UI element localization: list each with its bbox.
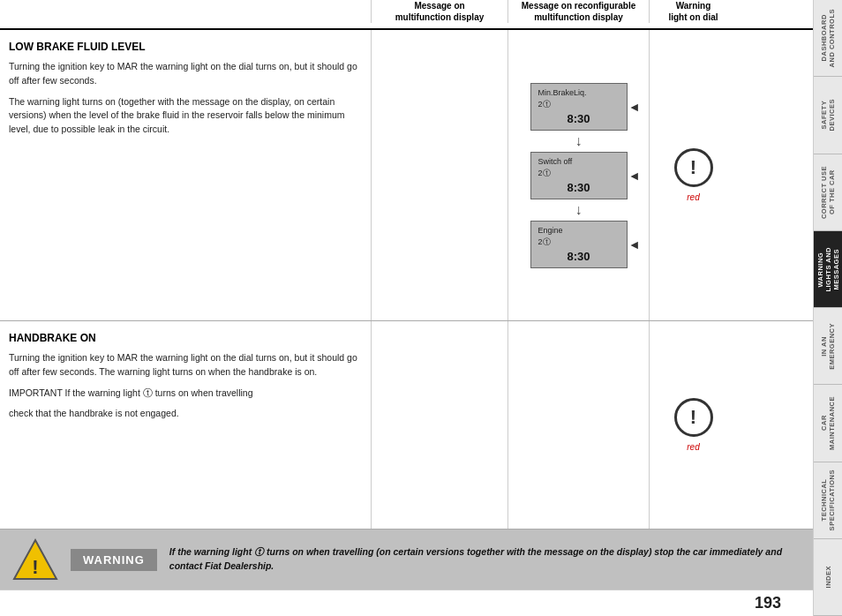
lcd-screen-3: ◄ Engine 2ⓣ 8:30 [530, 221, 628, 268]
section2-para3: check that the handbrake is not engaged. [9, 407, 358, 421]
lcd-screen-2: ◄ Switch off 2ⓣ 8:30 [530, 152, 628, 199]
lcd3-sub: 2ⓣ [538, 237, 551, 248]
main-content: Message on multifunction display Message… [0, 0, 814, 616]
page-container: Message on multifunction display Message… [0, 0, 842, 616]
row1-warning-cell: ! red [649, 30, 737, 320]
section2-body: Turning the ignition key to MAR the warn… [9, 351, 358, 421]
warning-footer: ! WARNING If the warning light ⓣ turns o… [0, 530, 813, 590]
row1-reconfig-cell: ◄ Min.BrakeLiq. 2ⓣ 8:30 ↓ ◄ [507, 30, 649, 320]
lcd2-sub: 2ⓣ [538, 168, 620, 179]
lcd1-sub: 2ⓣ [538, 99, 620, 110]
lcd2-time: 8:30 [538, 181, 620, 194]
sidebar-tab-5[interactable]: CAR MAINTENANCE [814, 385, 842, 462]
row1-description: LOW BRAKE FLUID LEVEL Turning the igniti… [0, 30, 371, 320]
sidebar-tab-label-7: INDEX [824, 566, 832, 588]
arrow-right-icon-3: ◄ [628, 237, 641, 252]
section2-title: HANDBRAKE ON [9, 332, 358, 344]
page-number-area: 193 [0, 590, 813, 616]
row2-warning-cell: ! red [649, 321, 737, 529]
warning-footer-text: If the warning light ⓣ turns on when tra… [169, 545, 801, 574]
table-row-brake-fluid: LOW BRAKE FLUID LEVEL Turning the igniti… [0, 30, 813, 321]
col-warning-header: Warning light on dial [649, 0, 737, 23]
section2-para2: IMPORTANT If the warning light ⓣ turns o… [9, 387, 358, 401]
section1-body: Turning the ignition key to MAR the warn… [9, 60, 358, 137]
sidebar-tab-2[interactable]: CORRECT USE OF THE CAR [814, 154, 842, 231]
sidebar-tab-label-5: CAR MAINTENANCE [820, 396, 836, 450]
sidebar-tab-label-1: SAFETY DEVICES [820, 99, 836, 131]
row2-reconfig-cell [507, 321, 649, 529]
lcd3-top: Engine [538, 226, 620, 235]
sidebar-tab-3[interactable]: WARNING LIGHTS AND MESSAGES [814, 231, 842, 308]
arrow-down-2: ↓ [575, 203, 583, 217]
table-row-handbrake: HANDBRAKE ON Turning the ignition key to… [0, 321, 813, 530]
table-header: Message on multifunction display Message… [0, 0, 813, 30]
right-sidebar: DASHBOARD AND CONTROLSSAFETY DEVICESCORR… [814, 0, 842, 616]
lcd1-title: Min.BrakeLiq. [538, 88, 587, 97]
lcd3-sub: 2ⓣ [538, 237, 620, 248]
section1-title: LOW BRAKE FLUID LEVEL [9, 41, 358, 53]
warning-label: WARNING [71, 549, 157, 571]
arrow-down-1: ↓ [575, 134, 583, 148]
warning-triangle-icon: ! [12, 537, 58, 582]
lcd1-sub: 2ⓣ [538, 99, 551, 110]
display-group: ◄ Min.BrakeLiq. 2ⓣ 8:30 ↓ ◄ [530, 83, 628, 268]
sidebar-tab-label-2: CORRECT USE OF THE CAR [820, 166, 836, 219]
page-number: 193 [755, 594, 781, 612]
sidebar-tab-label-0: DASHBOARD AND CONTROLS [820, 9, 836, 67]
sidebar-tab-0[interactable]: DASHBOARD AND CONTROLS [814, 0, 842, 77]
svg-text:!: ! [32, 556, 38, 578]
row2-description: HANDBRAKE ON Turning the ignition key to… [0, 321, 371, 529]
lcd2-sub: 2ⓣ [538, 168, 551, 179]
section1-para1: Turning the ignition key to MAR the warn… [9, 60, 358, 88]
arrow-right-icon-2: ◄ [628, 169, 641, 183]
lcd2-title: Switch off [538, 157, 573, 166]
warning-color-2: red [687, 442, 699, 452]
section1-para2: The warning light turns on (together wit… [9, 95, 358, 137]
lcd1-time: 8:30 [538, 112, 620, 125]
col-reconfig-header: Message on reconfigurable multifunction … [507, 0, 649, 23]
warning-color-1: red [687, 192, 699, 202]
arrow-right-icon: ◄ [628, 100, 641, 114]
section2-para1: Turning the ignition key to MAR the warn… [9, 351, 358, 379]
lcd3-time: 8:30 [538, 250, 620, 263]
col-message-header: Message on multifunction display [371, 0, 507, 23]
row2-message-cell [371, 321, 507, 529]
lcd2-top: Switch off [538, 157, 620, 166]
lcd1-top: Min.BrakeLiq. [538, 88, 620, 97]
sidebar-tab-7[interactable]: INDEX [814, 539, 842, 616]
sidebar-tab-label-4: IN AN EMERGENCY [820, 323, 836, 370]
sidebar-tab-label-3: WARNING LIGHTS AND MESSAGES [816, 247, 840, 292]
sidebar-tab-6[interactable]: TECHNICAL SPECIFICATIONS [814, 462, 842, 539]
warning-icon-2: ! [674, 398, 713, 437]
sidebar-tab-1[interactable]: SAFETY DEVICES [814, 77, 842, 154]
col-description-header [0, 0, 371, 23]
sidebar-tab-4[interactable]: IN AN EMERGENCY [814, 308, 842, 385]
warning-icon-1: ! [674, 148, 713, 187]
sidebar-tab-label-6: TECHNICAL SPECIFICATIONS [820, 470, 836, 530]
lcd3-title: Engine [538, 226, 563, 235]
lcd-screen-1: ◄ Min.BrakeLiq. 2ⓣ 8:30 [530, 83, 628, 131]
row1-message-cell [371, 30, 507, 320]
